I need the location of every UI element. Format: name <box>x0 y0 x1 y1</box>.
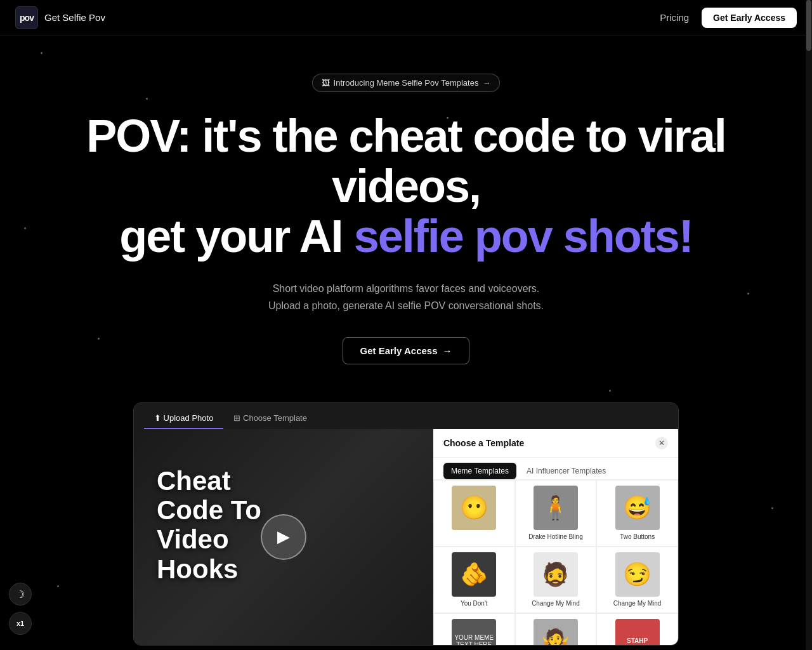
modal-tabs: Meme Templates AI Influencer Templates <box>433 458 678 480</box>
badge-icon: 🖼 <box>322 78 330 88</box>
template-thumb: 🧍 <box>534 486 578 530</box>
template-thumb: 😏 <box>615 552 660 597</box>
template-item[interactable]: 😏 Change My Mind <box>596 547 678 613</box>
speed-control-button[interactable]: x1 <box>9 612 32 635</box>
modal-tab-meme[interactable]: Meme Templates <box>443 463 516 479</box>
template-item[interactable]: STAHP STAHP <box>596 613 678 645</box>
template-thumb: 😶 <box>452 486 496 530</box>
main-content: 🖼 Introducing Meme Selfie Pov Templates … <box>0 36 812 650</box>
template-panel: Choose a Template ✕ Meme Templates AI In… <box>433 429 678 645</box>
close-icon: ✕ <box>658 439 665 448</box>
hero-line1: POV: it's the cheat code to viral videos… <box>86 110 725 211</box>
template-grid: 😶 🧍 Drake Hotline Bling 😅 Two Buttons 🫵 <box>433 480 678 645</box>
template-label: Change My Mind <box>613 599 662 607</box>
hero-line2-prefix: get your AI <box>119 211 353 262</box>
bottom-controls: ☽ x1 <box>9 583 32 635</box>
modal-close-button[interactable]: ✕ <box>655 437 668 449</box>
scrollbar-thumb[interactable] <box>806 0 811 51</box>
modal-tab-influencer[interactable]: AI Influencer Templates <box>519 463 613 479</box>
template-item[interactable]: 😶 <box>433 480 515 547</box>
scrollbar-track[interactable] <box>806 0 812 650</box>
logo: pov <box>15 6 38 29</box>
badge-arrow: → <box>482 78 490 88</box>
hero-cta-arrow: → <box>443 345 452 356</box>
template-label: Two Buttons <box>620 533 655 541</box>
theme-toggle-button[interactable]: ☽ <box>9 583 32 606</box>
hero-sub1: Short video platform algorithms favor fa… <box>268 280 544 297</box>
modal-title: Choose a Template <box>443 438 524 448</box>
modal-header: Choose a Template ✕ <box>433 429 678 458</box>
template-thumb: 🤷 <box>534 619 578 645</box>
play-icon: ▶ <box>277 527 290 547</box>
tab-choose-template[interactable]: ⊞ Choose Template <box>223 408 317 429</box>
template-item[interactable]: 🤷 <box>515 613 597 645</box>
hero-line2-accent: selfie pov shots! <box>354 211 693 262</box>
template-item[interactable]: 🧔 Change My Mind <box>515 547 597 613</box>
template-label: You Don't <box>461 599 488 607</box>
template-thumb: 🧔 <box>534 552 578 597</box>
template-thumb: YOUR MEME TEXT HERE <box>452 619 496 645</box>
hero-cta-button[interactable]: Get Early Access → <box>343 337 469 364</box>
hero-cta-label: Get Early Access <box>360 345 437 356</box>
logo-text: pov <box>20 13 34 23</box>
preview-body: CheatCode ToVideoHooks ▶ Choose a Templa… <box>134 429 678 645</box>
tab-upload-photo[interactable]: ⬆ Upload Photo <box>144 408 223 429</box>
pricing-link[interactable]: Pricing <box>660 12 689 23</box>
template-label: Change My Mind <box>532 599 580 607</box>
template-thumb: 🫵 <box>452 552 496 597</box>
video-overlay-text: CheatCode ToVideoHooks <box>157 467 261 584</box>
hero-sub2: Upload a photo, generate AI selfie POV c… <box>268 297 544 314</box>
preview-tabs: ⬆ Upload Photo ⊞ Choose Template <box>134 403 678 429</box>
nav-cta-button[interactable]: Get Early Access <box>702 8 797 28</box>
template-item[interactable]: 😅 Two Buttons <box>596 480 678 547</box>
moon-icon: ☽ <box>16 588 25 600</box>
announcement-badge[interactable]: 🖼 Introducing Meme Selfie Pov Templates … <box>312 74 501 92</box>
hero-heading: POV: it's the cheat code to viral videos… <box>32 111 780 262</box>
template-label: Drake Hotline Bling <box>528 533 583 541</box>
template-item[interactable]: 🧍 Drake Hotline Bling <box>515 480 597 547</box>
nav-right: Pricing Get Early Access <box>660 8 797 28</box>
badge-text: Introducing Meme Selfie Pov Templates <box>334 78 479 88</box>
template-thumb: 😅 <box>615 486 660 530</box>
preview-container: ⬆ Upload Photo ⊞ Choose Template CheatCo… <box>133 402 679 646</box>
play-button[interactable]: ▶ <box>261 514 306 560</box>
template-item[interactable]: YOUR MEME TEXT HERE YOUR MEME TEXT HERE <box>433 613 515 645</box>
hero-subtitle: Short video platform algorithms favor fa… <box>268 280 544 314</box>
nav-left: pov Get Selfie Pov <box>15 6 105 29</box>
brand-name: Get Selfie Pov <box>44 12 105 23</box>
video-panel: CheatCode ToVideoHooks ▶ <box>134 429 433 645</box>
navbar: pov Get Selfie Pov Pricing Get Early Acc… <box>0 0 812 36</box>
speed-label: x1 <box>16 620 24 627</box>
template-thumb: STAHP <box>615 619 660 645</box>
template-item[interactable]: 🫵 You Don't <box>433 547 515 613</box>
hero-line2: get your AI selfie pov shots! <box>119 211 693 262</box>
